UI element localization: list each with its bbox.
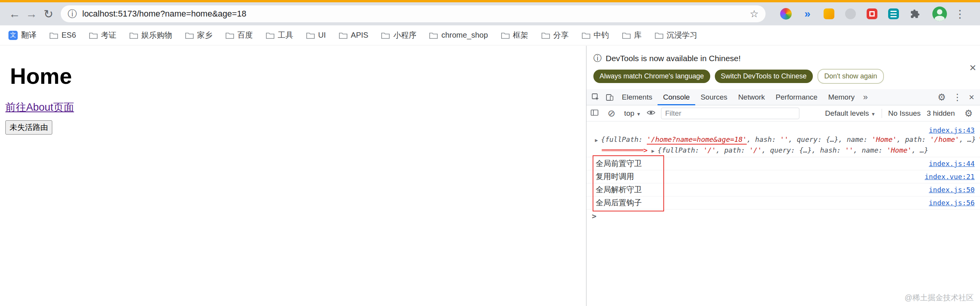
extension-gray-icon[interactable]	[844, 7, 857, 20]
devtools-tabbar: Elements Console Sources Network Perform…	[586, 89, 980, 105]
console-source-link[interactable]: index.js:56	[929, 199, 975, 207]
log-segment: {fullPath:	[601, 135, 647, 143]
console-settings-gear-icon[interactable]: ⚙	[961, 108, 976, 119]
back-icon[interactable]: ←	[6, 7, 23, 20]
extensions-puzzle-icon[interactable]	[909, 7, 922, 20]
folder-icon	[226, 32, 234, 39]
folder-icon	[655, 32, 663, 39]
bookmark-folder-zhongdiao[interactable]: 中钓	[582, 30, 609, 40]
bookmark-folder-ku[interactable]: 库	[622, 30, 642, 40]
bookmark-label: 沉浸学习	[667, 30, 698, 40]
extension-chevrons-icon[interactable]: »	[801, 7, 814, 20]
extension-red-icon[interactable]	[865, 7, 879, 20]
site-info-icon[interactable]: ⓘ	[68, 8, 77, 20]
bookmark-folder-xiaochengxu[interactable]: 小程序	[381, 30, 416, 40]
bookmark-folder-fenxiang[interactable]: 分享	[541, 30, 569, 40]
console-log-row: 全局前置守卫 index.js:44	[586, 157, 980, 170]
log-segment: '/'	[749, 146, 762, 154]
expand-triangle-icon[interactable]: ▶	[651, 148, 654, 154]
tab-elements[interactable]: Elements	[616, 89, 658, 105]
bookmark-star-icon[interactable]: ☆	[750, 8, 759, 20]
devtools-language-banner: ⓘ DevTools is now available in Chinese! …	[586, 46, 980, 89]
dont-show-again-button[interactable]: Don't show again	[817, 69, 884, 84]
bookmark-label: 小程序	[393, 30, 416, 40]
bookmarks-bar: 文 翻译 ES6 考证 娱乐购物 家乡 百度 工具 UI	[0, 25, 980, 45]
page-content: Home 前往About页面 未失活路由	[0, 46, 586, 306]
always-match-language-button[interactable]: Always match Chrome's language	[593, 70, 710, 83]
devtools-settings-gear-icon[interactable]: ⚙	[934, 92, 949, 103]
address-bar[interactable]: ⓘ localhost:5173/home?name=home&age=18 ☆	[61, 5, 766, 22]
hidden-messages-count[interactable]: 3 hidden	[927, 109, 955, 118]
forward-icon[interactable]: →	[23, 7, 40, 20]
devtools-menu-kebab-icon[interactable]: ⋮	[949, 92, 965, 103]
folder-icon	[89, 32, 98, 39]
extension-orange-icon[interactable]	[822, 7, 835, 20]
translate-icon: 文	[8, 31, 18, 40]
console-filter-input[interactable]	[661, 108, 799, 119]
bookmark-label: 工具	[278, 30, 293, 40]
eye-icon[interactable]	[646, 110, 656, 117]
extension-colorwheel-icon[interactable]	[779, 7, 792, 20]
bookmark-label: UI	[318, 31, 326, 40]
log-segment: {…}	[799, 146, 812, 154]
folder-icon	[429, 32, 438, 39]
log-segment: , name:	[839, 135, 872, 143]
log-text: 全局解析守卫	[596, 185, 642, 195]
console-prompt-row[interactable]: >	[586, 209, 980, 222]
bookmark-folder-ui[interactable]: UI	[306, 31, 326, 40]
log-levels-dropdown[interactable]: Default levels ▼	[825, 109, 875, 118]
tab-sources[interactable]: Sources	[695, 89, 733, 105]
bookmark-folder-chrome-shop[interactable]: chrome_shop	[429, 31, 488, 40]
tab-network[interactable]: Network	[733, 89, 771, 105]
about-link[interactable]: 前往About页面	[5, 100, 74, 114]
bookmark-folder-gongju[interactable]: 工具	[266, 30, 293, 40]
expand-triangle-icon[interactable]: ▶	[595, 137, 598, 143]
inspect-element-icon[interactable]	[589, 93, 603, 101]
switch-devtools-chinese-button[interactable]: Switch DevTools to Chinese	[715, 70, 813, 83]
console-source-link[interactable]: index.js:44	[929, 160, 975, 168]
refresh-icon[interactable]: ↻	[40, 7, 57, 21]
device-toolbar-icon[interactable]	[603, 93, 616, 101]
console-source-link[interactable]: index.vue:21	[925, 173, 975, 181]
issues-counter[interactable]: No Issues	[888, 109, 920, 118]
bookmark-folder-jiaxiang[interactable]: 家乡	[185, 30, 213, 40]
bookmark-folder-kuangjia[interactable]: 框架	[501, 30, 528, 40]
log-segment: , query:	[762, 146, 799, 154]
banner-close-icon[interactable]: ×	[969, 62, 976, 73]
log-text: 全局前置守卫	[596, 158, 642, 169]
keepalive-route-button[interactable]: 未失活路由	[5, 120, 52, 135]
watermark: @稀土掘金技术社区	[905, 293, 974, 303]
bookmark-folder-chenjinxuexi[interactable]: 沉浸学习	[655, 30, 698, 40]
console-source-link[interactable]: index.js:43	[929, 126, 975, 134]
console-sidebar-icon[interactable]	[590, 109, 599, 118]
log-segment: '/home?name=home&age=18'	[647, 135, 747, 145]
info-icon: ⓘ	[593, 53, 602, 64]
clear-console-icon[interactable]: ⊘	[604, 108, 619, 119]
bookmark-translate[interactable]: 文 翻译	[8, 30, 37, 40]
devtools-close-icon[interactable]: ×	[965, 92, 978, 103]
bookmark-label: ES6	[61, 31, 76, 40]
bookmark-folder-baidu[interactable]: 百度	[226, 30, 253, 40]
more-tabs-icon[interactable]: »	[860, 92, 871, 102]
context-selector[interactable]: top ▼	[624, 109, 641, 118]
browser-toolbar: ← → ↻ ⓘ localhost:5173/home?name=home&ag…	[0, 2, 980, 25]
tab-console[interactable]: Console	[658, 89, 695, 105]
bookmark-folder-kaozheng[interactable]: 考证	[89, 30, 116, 40]
extension-teal-icon[interactable]	[887, 7, 900, 20]
log-segment: ''	[845, 146, 854, 154]
tab-performance[interactable]: Performance	[770, 89, 823, 105]
console-toolbar: ⊘ top ▼ Default levels ▼ No Issues 3 hid…	[586, 105, 980, 121]
bookmark-label: APIS	[351, 31, 369, 40]
bookmark-folder-apis[interactable]: APIS	[339, 31, 369, 40]
bookmark-folder-es6[interactable]: ES6	[50, 31, 76, 40]
tab-memory[interactable]: Memory	[823, 89, 860, 105]
url-text[interactable]: localhost:5173/home?name=home&age=18	[82, 9, 750, 19]
console-source-link[interactable]: index.js:50	[929, 186, 975, 194]
console-log-row: 全局解析守卫 index.js:50	[586, 183, 980, 196]
log-segment: {fullPath:	[658, 146, 703, 154]
page-title: Home	[10, 63, 586, 89]
profile-avatar[interactable]	[932, 7, 947, 21]
bookmark-label: 家乡	[197, 30, 213, 40]
browser-menu-icon[interactable]: ⋮	[955, 8, 965, 20]
bookmark-folder-yulegouwu[interactable]: 娱乐购物	[130, 30, 172, 40]
